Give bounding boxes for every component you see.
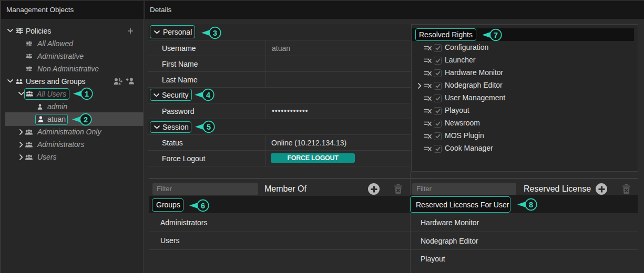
svg-text:2: 2 (84, 115, 88, 123)
svg-text:5: 5 (206, 123, 210, 131)
svg-text:7: 7 (493, 30, 497, 39)
svg-text:1: 1 (85, 90, 89, 98)
svg-text:8: 8 (529, 201, 533, 209)
svg-text:3: 3 (212, 28, 217, 37)
svg-text:4: 4 (206, 90, 210, 99)
svg-text:6: 6 (200, 201, 205, 209)
